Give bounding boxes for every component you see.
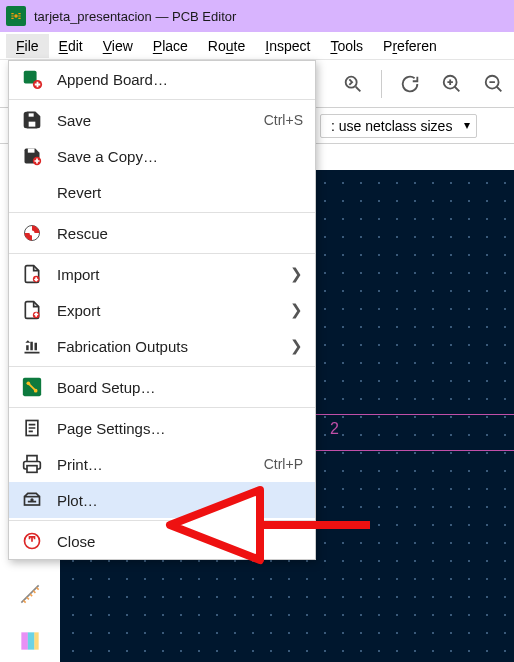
menu-tools[interactable]: Tools <box>320 34 373 58</box>
chevron-right-icon: ❯ <box>290 337 303 355</box>
svg-rect-7 <box>34 633 38 650</box>
append-board-icon <box>21 68 43 90</box>
svg-point-23 <box>31 499 33 501</box>
menu-label: Import <box>57 266 276 283</box>
fabrication-icon <box>21 335 43 357</box>
plot-icon <box>21 489 43 511</box>
save-icon <box>21 109 43 131</box>
page-settings-icon <box>21 417 43 439</box>
import-icon <box>21 263 43 285</box>
chevron-right-icon: ❯ <box>290 265 303 283</box>
menu-append-board[interactable]: Append Board… <box>9 61 315 97</box>
titlebar: tarjeta_presentacion — PCB Editor <box>0 0 514 32</box>
menu-file[interactable]: File <box>6 34 49 58</box>
menu-label: Save a Copy… <box>57 148 303 165</box>
menu-label: Page Settings… <box>57 420 303 437</box>
app-icon <box>6 6 26 26</box>
menu-import[interactable]: Import ❯ <box>9 256 315 292</box>
menu-label: Rescue <box>57 225 303 242</box>
menu-label: Append Board… <box>57 71 303 88</box>
svg-point-1 <box>14 14 18 18</box>
separator <box>9 253 315 254</box>
menu-revert[interactable]: Revert <box>9 174 315 210</box>
netclass-dropdown[interactable]: : use netclass sizes <box>320 114 477 138</box>
menu-save-copy[interactable]: Save a Copy… <box>9 138 315 174</box>
find-icon[interactable] <box>339 70 367 98</box>
colors-icon[interactable] <box>8 621 52 662</box>
menubar: File Edit View Place Route Inspect Tools… <box>0 32 514 60</box>
measure-icon[interactable] <box>8 574 52 615</box>
close-icon <box>21 530 43 552</box>
menu-board-setup[interactable]: Board Setup… <box>9 369 315 405</box>
menu-label: Fabrication Outputs <box>57 338 276 355</box>
canvas-label: 2 <box>330 420 339 438</box>
svg-rect-11 <box>28 121 36 128</box>
print-icon <box>21 453 43 475</box>
menu-rescue[interactable]: Rescue <box>9 215 315 251</box>
svg-rect-21 <box>27 466 37 473</box>
menu-preferences[interactable]: Preferen <box>373 34 447 58</box>
separator <box>9 212 315 213</box>
shortcut: Ctrl+S <box>264 112 303 128</box>
annotation-arrow <box>160 470 380 580</box>
save-copy-icon <box>21 145 43 167</box>
export-icon <box>21 299 43 321</box>
menu-label: Export <box>57 302 276 319</box>
svg-rect-5 <box>21 633 27 650</box>
menu-label: Revert <box>57 184 303 201</box>
separator <box>9 407 315 408</box>
svg-rect-12 <box>28 149 35 153</box>
menu-export[interactable]: Export ❯ <box>9 292 315 328</box>
svg-rect-6 <box>28 633 35 650</box>
menu-route[interactable]: Route <box>198 34 255 58</box>
chevron-right-icon: ❯ <box>290 301 303 319</box>
zoom-out-icon[interactable] <box>480 70 508 98</box>
menu-view[interactable]: View <box>93 34 143 58</box>
window-title: tarjeta_presentacion — PCB Editor <box>34 9 236 24</box>
refresh-icon[interactable] <box>396 70 424 98</box>
menu-label: Save <box>57 112 250 129</box>
menu-label: Board Setup… <box>57 379 303 396</box>
separator <box>9 99 315 100</box>
menu-inspect[interactable]: Inspect <box>255 34 320 58</box>
menu-page-settings[interactable]: Page Settings… <box>9 410 315 446</box>
menu-fabrication[interactable]: Fabrication Outputs ❯ <box>9 328 315 364</box>
menu-save[interactable]: Save Ctrl+S <box>9 102 315 138</box>
menu-edit[interactable]: Edit <box>49 34 93 58</box>
zoom-in-icon[interactable] <box>438 70 466 98</box>
menu-place[interactable]: Place <box>143 34 198 58</box>
svg-rect-10 <box>28 113 35 118</box>
separator <box>9 366 315 367</box>
board-setup-icon <box>21 376 43 398</box>
rescue-icon <box>21 222 43 244</box>
